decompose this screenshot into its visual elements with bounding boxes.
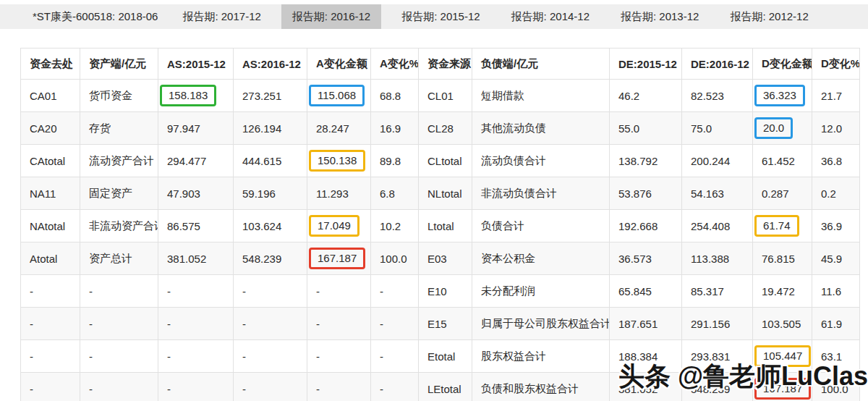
table-cell: 36.573 (610, 242, 682, 275)
cell-value: NA11 (30, 187, 56, 200)
cell-value: 19.472 (762, 285, 795, 297)
cell-value: - (316, 318, 320, 330)
cell-value: CL28 (427, 122, 454, 135)
table-row-6: ------E10未分配利润65.84585.31719.47211.6 (21, 275, 860, 308)
table-cell: CLtotal (419, 145, 472, 177)
cell-value: 138.792 (618, 155, 658, 167)
tab-report-period-2014-12[interactable]: 报告期: 2014-12 (501, 4, 600, 29)
column-header-7: 负债端/亿元 (472, 48, 610, 80)
table-cell: 股东权益合计 (472, 340, 610, 373)
cell-value: - (167, 350, 171, 363)
table-cell: 负债和股东权益合计 (472, 373, 610, 401)
cell-value: 资本公积金 (481, 252, 535, 264)
cell-value: - (30, 285, 33, 297)
cell-value: CAtotal (30, 155, 65, 167)
table-cell: 0.2 (812, 177, 860, 210)
cell-value: - (30, 383, 33, 395)
cell-value: 97.947 (167, 122, 200, 135)
table-cell: - (234, 308, 307, 340)
column-header-4: A变化金额 (307, 48, 371, 80)
table-cell: 97.947 (158, 112, 234, 145)
cell-value: 45.9 (821, 253, 842, 265)
column-header-11: D变化% (812, 48, 860, 80)
cell-value: 21.7 (821, 90, 842, 102)
table-cell: 其他流动负债 (472, 112, 610, 145)
column-header-1: 资产端/亿元 (80, 48, 158, 80)
tab-report-period-2017-12[interactable]: 报告期: 2017-12 (171, 4, 271, 29)
cell-value: - (89, 318, 93, 330)
cell-value: 192.668 (618, 220, 658, 232)
cell-value: LEtotal (427, 383, 461, 395)
cell-value: - (30, 350, 33, 363)
cell-value: 流动资产合计 (89, 154, 154, 166)
cell-value: - (242, 285, 246, 297)
cell-value: 流动负债合计 (481, 154, 546, 166)
cell-value: - (89, 383, 93, 395)
highlight-box-blue: 36.323 (754, 85, 805, 106)
cell-value: 55.0 (618, 122, 639, 135)
table-cell: - (307, 340, 371, 373)
cell-value: 59.196 (242, 187, 276, 200)
table-cell: - (21, 340, 80, 373)
cell-value: - (316, 383, 320, 395)
cell-value: 存货 (89, 122, 111, 134)
table-cell: 54.163 (682, 177, 753, 210)
cell-value: 103.505 (762, 318, 801, 330)
table-cell: E03 (419, 242, 472, 275)
cell-value: 资产总计 (89, 252, 132, 264)
highlight-box-yellow: 17.049 (309, 215, 359, 237)
cell-value: 46.2 (618, 90, 639, 102)
tab-report-period-2016-12[interactable]: 报告期: 2016-12 (281, 4, 381, 29)
table-cell: 75.0 (682, 112, 753, 145)
table-cell: - (158, 373, 234, 401)
cell-value: 86.575 (167, 220, 200, 232)
tab-report-period-2012-12[interactable]: 报告期: 2012-12 (719, 4, 819, 29)
cell-value: 381.052 (167, 253, 206, 265)
cell-value: 82.523 (691, 90, 724, 102)
table-cell: - (158, 275, 234, 308)
cell-value: 其他流动负债 (481, 122, 546, 134)
cell-value: 291.156 (691, 318, 730, 330)
column-header-5: A变化% (371, 48, 419, 80)
watermark: 头条 @鲁老师LuClass (618, 359, 868, 394)
cell-value: CLtotal (427, 155, 462, 167)
tab-report-period-2015-12[interactable]: 报告期: 2015-12 (391, 4, 490, 29)
cell-value: Ltotal (427, 220, 454, 232)
table-row-2: CAtotal流动资产合计294.477444.615150.13889.8CL… (21, 145, 860, 177)
highlight-box-blue: 20.0 (754, 117, 793, 139)
table-cell: - (371, 340, 419, 373)
table-cell: 20.0 (753, 112, 812, 145)
column-header-0: 资金去处 (21, 48, 80, 80)
table-cell: 11.293 (307, 177, 371, 210)
table-cell: - (234, 275, 307, 308)
cell-value: E03 (427, 253, 447, 265)
table-cell: 28.247 (307, 112, 371, 145)
table-cell: - (80, 275, 158, 308)
table-cell: 65.845 (610, 275, 682, 308)
cell-value: 归属于母公司股东权益合计 (481, 317, 610, 329)
table-cell: 归属于母公司股东权益合计 (472, 308, 610, 340)
table-cell: NA11 (21, 177, 80, 210)
table-cell: - (21, 308, 80, 340)
table-cell: 55.0 (610, 112, 682, 145)
table-cell: 非流动负债合计 (472, 177, 610, 210)
table-cell: 非流动资产合计 (80, 210, 158, 242)
cell-value: 负债合计 (481, 219, 524, 232)
table-cell: 未分配利润 (472, 275, 610, 308)
cell-value: 68.8 (380, 90, 401, 102)
table-cell: 6.8 (371, 177, 419, 210)
table-cell: - (158, 308, 234, 340)
tab-report-period-2013-12[interactable]: 报告期: 2013-12 (610, 4, 710, 29)
table-cell: 150.138 (307, 145, 371, 177)
highlight-box-yellow: 150.138 (309, 150, 365, 172)
cell-value: 444.615 (242, 155, 281, 167)
table-cell: E10 (419, 275, 472, 308)
table-cell: - (307, 373, 371, 401)
table-cell: 187.651 (610, 308, 682, 340)
table-cell: 46.2 (610, 80, 682, 112)
highlight-box-yellow: 61.74 (754, 215, 799, 237)
cell-value: NAtotal (30, 220, 65, 232)
table-cell: CAtotal (21, 145, 80, 177)
table-cell: 流动负债合计 (472, 145, 610, 177)
cell-value: 28.247 (316, 122, 349, 135)
